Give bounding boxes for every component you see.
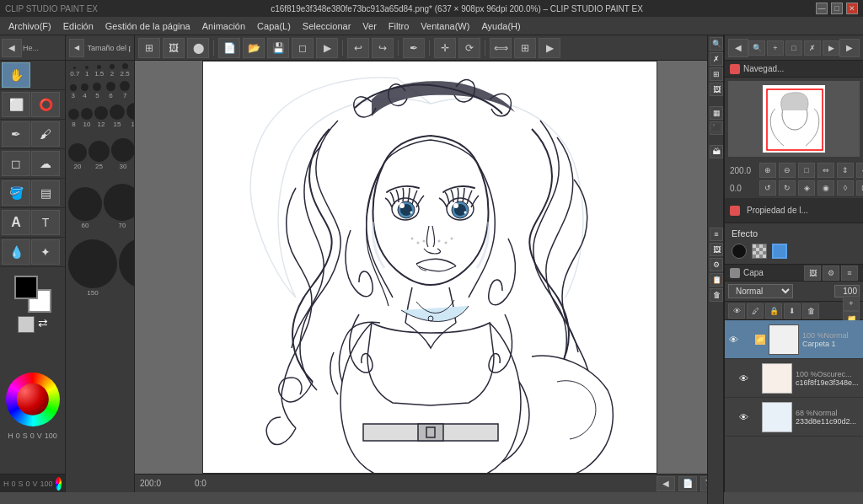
- pen-tool-button[interactable]: ✒: [2, 121, 30, 147]
- open-button[interactable]: 📂: [243, 38, 265, 58]
- page-view-button[interactable]: 📄: [678, 476, 697, 491]
- menu-animacion[interactable]: Animación: [197, 19, 250, 33]
- rot-more2[interactable]: ◉: [817, 180, 834, 196]
- brush-2[interactable]: 2: [110, 64, 115, 78]
- move-layer-button[interactable]: ✦: [31, 239, 60, 265]
- square-tool-tb[interactable]: ◻: [292, 38, 314, 58]
- layer-header-btn1[interactable]: 🖼: [804, 265, 821, 281]
- effect-black-swatch[interactable]: [732, 244, 747, 259]
- grid-button[interactable]: ⊞: [514, 38, 536, 58]
- merge-layer-button[interactable]: ⬇: [784, 303, 801, 319]
- right-btn-1[interactable]: 🔍: [748, 40, 765, 56]
- add-layer-button[interactable]: 👁: [728, 303, 745, 319]
- brush-4[interactable]: 4: [81, 83, 88, 99]
- delete-layer-button[interactable]: 🗑: [802, 303, 819, 319]
- brush-20[interactable]: 20: [68, 143, 87, 170]
- color-triangle[interactable]: [16, 383, 48, 415]
- zoom-fit-button[interactable]: ⊕: [759, 163, 776, 178]
- swap-colors-button[interactable]: ⇄: [38, 316, 48, 333]
- eyedropper-button[interactable]: 💧: [2, 239, 30, 265]
- fill-tool-button[interactable]: 🪣: [2, 180, 30, 206]
- lock-layer-button[interactable]: 🖊: [747, 303, 764, 319]
- brush-2.5[interactable]: 2.5: [121, 63, 130, 78]
- color-wheel[interactable]: [6, 373, 60, 426]
- nav-thumbnail[interactable]: [762, 84, 826, 153]
- brush-7[interactable]: 7: [120, 81, 130, 99]
- zoom-flip-v[interactable]: ⇕: [837, 163, 854, 178]
- effect-checker-swatch[interactable]: [752, 244, 767, 259]
- undo-button[interactable]: ↩: [347, 38, 369, 58]
- menu-edicion[interactable]: Edición: [58, 19, 99, 33]
- brush-25[interactable]: 25: [88, 141, 110, 170]
- menu-seleccionar[interactable]: Seleccionar: [297, 19, 356, 33]
- pan-tool-button[interactable]: ✋: [2, 62, 30, 88]
- layer-0-eye[interactable]: 👁: [728, 335, 738, 345]
- minimize-button[interactable]: —: [816, 3, 828, 14]
- symmetry-button[interactable]: ⟺: [490, 38, 512, 58]
- rot-more4[interactable]: ⊠: [856, 180, 863, 196]
- new-layer-button[interactable]: 📄: [218, 38, 240, 58]
- brush-10[interactable]: 10: [81, 108, 93, 128]
- menu-gestion[interactable]: Gestión de la página: [100, 19, 196, 33]
- right-btn-3[interactable]: □: [785, 40, 802, 56]
- brush-17[interactable]: 17: [126, 103, 134, 128]
- layer-header-btn2[interactable]: ⚙: [823, 265, 839, 281]
- layer-item-2[interactable]: 👁 68 %Normal 233d8e11c90d2...: [725, 398, 863, 437]
- link-layer-button[interactable]: 🔒: [765, 303, 782, 319]
- arrow-button[interactable]: ▶: [316, 38, 338, 58]
- brush-1[interactable]: 1: [85, 66, 88, 78]
- right-btn-5[interactable]: ▶: [823, 40, 839, 56]
- brush-tool-button[interactable]: 🖌: [31, 121, 60, 147]
- new-layer-btn[interactable]: +: [843, 296, 860, 311]
- vector-tool-button[interactable]: T: [31, 210, 60, 235]
- text-tool-button[interactable]: A: [2, 210, 30, 235]
- brush-6[interactable]: 6: [106, 82, 115, 99]
- blend-mode-select[interactable]: Normal Multiplicar Oscurecer Aclarar: [728, 284, 793, 298]
- layer-2-eye[interactable]: 👁: [738, 412, 748, 422]
- brush-3[interactable]: 3: [70, 84, 77, 99]
- right-btn-4[interactable]: ✗: [804, 40, 821, 56]
- canvas-wrapper[interactable]: [135, 61, 724, 474]
- maximize-button[interactable]: □: [831, 3, 843, 14]
- gradient-tool-button[interactable]: ▤: [31, 180, 60, 206]
- rot-more3[interactable]: ◊: [837, 180, 854, 196]
- layer-item-1[interactable]: 👁 100 %Oscurec... c16f8f19e3f348e...: [725, 359, 863, 398]
- menu-filtro[interactable]: Filtro: [383, 19, 414, 33]
- rot-ccw-button[interactable]: ↺: [759, 180, 776, 196]
- brush-nav-left[interactable]: ◀: [69, 39, 84, 57]
- rot-cw-button[interactable]: ↻: [779, 180, 796, 196]
- brush-150[interactable]: 150: [68, 239, 117, 297]
- menu-ventana[interactable]: Ventana(W): [415, 19, 474, 33]
- lasso-tool-button[interactable]: ⭕: [31, 92, 60, 117]
- zoom-in-button[interactable]: □: [798, 163, 815, 178]
- layer-header-btn3[interactable]: ≡: [841, 265, 858, 281]
- brush-15[interactable]: 15: [110, 105, 125, 128]
- lasso-select-button[interactable]: ⬤: [187, 38, 209, 58]
- right-nav-btn[interactable]: ▶: [539, 38, 560, 58]
- brush-5[interactable]: 5: [93, 83, 101, 99]
- nav-preview[interactable]: [728, 81, 860, 157]
- effect-blue-swatch[interactable]: [772, 244, 787, 259]
- zoom-more1[interactable]: ◇: [856, 163, 863, 178]
- right-nav-right[interactable]: ▶: [839, 39, 860, 57]
- brush-12[interactable]: 12: [94, 106, 108, 128]
- eraser-tool-button[interactable]: ◻: [2, 151, 30, 176]
- new-frame-button[interactable]: 🖼: [163, 38, 185, 58]
- save-button[interactable]: 💾: [267, 38, 289, 58]
- left-nav-left[interactable]: ◀: [2, 39, 22, 57]
- layer-item-0[interactable]: 👁 📁 100 %Normal Carpeta 1: [725, 320, 863, 359]
- menu-ayuda[interactable]: Ayuda(H): [476, 19, 525, 33]
- close-button[interactable]: ✕: [846, 3, 858, 14]
- blend-tool-button[interactable]: ☁: [31, 151, 60, 176]
- menu-ver[interactable]: Ver: [357, 19, 382, 33]
- right-nav-left[interactable]: ◀: [728, 39, 748, 57]
- zoom-flip-h[interactable]: ⇔: [817, 163, 834, 178]
- brush-170[interactable]: 170: [119, 238, 134, 297]
- select-tool-button[interactable]: ⬜: [2, 92, 30, 117]
- brush-8[interactable]: 8: [68, 109, 79, 128]
- transparent-swatch[interactable]: [18, 316, 35, 333]
- right-btn-2[interactable]: +: [767, 40, 784, 56]
- brush-60[interactable]: 60: [68, 187, 102, 229]
- layer-1-eye[interactable]: 👁: [738, 373, 748, 383]
- brush-70[interactable]: 70: [104, 184, 134, 229]
